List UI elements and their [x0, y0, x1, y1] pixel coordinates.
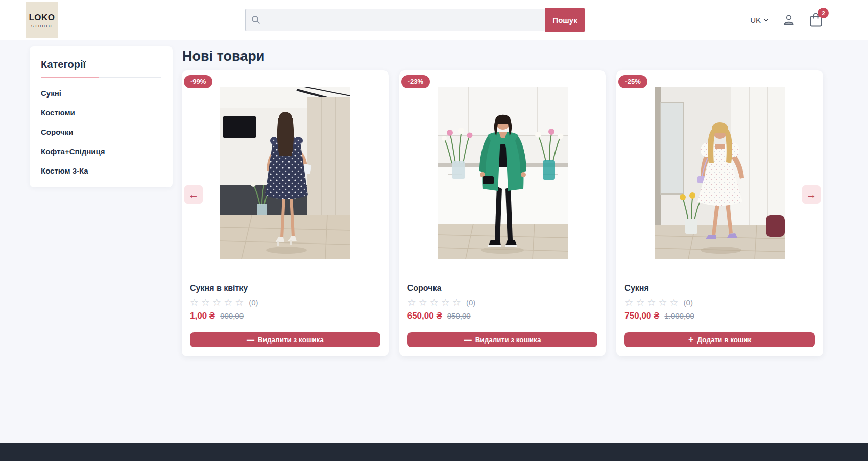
carousel-prev-button[interactable]: ← — [184, 185, 203, 204]
product-name[interactable]: Сукня в квітку — [190, 284, 380, 293]
product-photo-white-dress — [655, 87, 785, 259]
search-input[interactable] — [245, 9, 545, 31]
product-image[interactable] — [182, 70, 389, 276]
product-card: -23% — [399, 70, 606, 356]
star-icon: ☆ — [430, 298, 439, 307]
cart-button-label: Видалити з кошика — [475, 336, 541, 344]
product-image[interactable] — [616, 70, 823, 276]
search-bar: Пошук — [245, 8, 585, 32]
star-icon: ☆ — [647, 298, 656, 307]
store-logo[interactable]: LOKO STUDIO — [26, 2, 58, 38]
content-area: Категорії Сукні Костюми Сорочки Кофта+Сп… — [0, 40, 868, 356]
product-photo-floral-dress — [220, 87, 350, 259]
sidebar-item-shirts[interactable]: Сорочки — [41, 128, 161, 136]
star-icon: ☆ — [624, 298, 633, 307]
sidebar-item-dresses[interactable]: Сукні — [41, 89, 161, 98]
title-underline — [41, 77, 161, 78]
star-icon: ☆ — [235, 298, 244, 307]
star-icon: ☆ — [212, 298, 221, 307]
star-icon: ☆ — [419, 298, 427, 307]
sidebar-item-suit-3[interactable]: Костюм 3-Ка — [41, 166, 161, 175]
minus-icon: — — [247, 336, 254, 344]
star-icon: ☆ — [190, 298, 199, 307]
new-products-section: Нові товари -99% — [182, 46, 823, 356]
star-icon: ☆ — [441, 298, 450, 307]
search-button[interactable]: Пошук — [545, 8, 585, 32]
account-button[interactable] — [782, 13, 795, 27]
page-title: Нові товари — [182, 49, 823, 64]
categories-panel: Категорії Сукні Костюми Сорочки Кофта+Сп… — [30, 46, 173, 187]
product-image[interactable] — [399, 70, 606, 276]
old-price: 1.000,00 — [664, 311, 694, 320]
product-photo-green-shirt — [438, 87, 568, 259]
current-price: 650,00 ₴ — [407, 311, 442, 321]
carousel-next-button[interactable]: → — [802, 185, 821, 204]
cart-button[interactable]: 2 — [809, 12, 823, 28]
star-icon: ☆ — [201, 298, 210, 307]
cart-button-label: Додати в кошик — [697, 336, 752, 344]
current-price: 1,00 ₴ — [190, 311, 215, 321]
header: LOKO STUDIO Пошук UK — [0, 0, 868, 40]
cart-button-label: Видалити з кошика — [258, 336, 324, 344]
remove-from-cart-button[interactable]: — Видалити з кошика — [407, 332, 598, 347]
rating-count: (0) — [249, 298, 258, 307]
footer — [0, 443, 868, 461]
price-row: 1,00 ₴ 900,00 — [190, 311, 380, 321]
product-info: Сукня в квітку ☆ ☆ ☆ ☆ ☆ (0) 1,00 ₴ 900,… — [182, 276, 389, 356]
language-selector[interactable]: UK — [750, 16, 769, 25]
star-icon: ☆ — [452, 298, 461, 307]
add-to-cart-button[interactable]: + Додати в кошик — [624, 332, 815, 347]
categories-title: Категорії — [41, 59, 161, 70]
discount-badge: -23% — [401, 75, 430, 88]
language-label: UK — [750, 16, 761, 25]
product-info: Сукня ☆ ☆ ☆ ☆ ☆ (0) 750,00 ₴ 1.000,00 — [616, 276, 823, 356]
product-info: Сорочка ☆ ☆ ☆ ☆ ☆ (0) 650,00 ₴ 850,00 — [399, 276, 606, 356]
product-card: -99% — [182, 70, 389, 356]
star-icon: ☆ — [658, 298, 667, 307]
discount-badge: -25% — [618, 75, 647, 88]
product-name[interactable]: Сорочка — [407, 284, 598, 293]
star-icon: ☆ — [670, 298, 679, 307]
search-icon — [251, 15, 261, 25]
logo-text-sub: STUDIO — [31, 24, 53, 28]
price-row: 750,00 ₴ 1.000,00 — [624, 311, 815, 321]
old-price: 850,00 — [447, 311, 471, 320]
remove-from-cart-button[interactable]: — Видалити з кошика — [190, 332, 380, 347]
logo-text-main: LOKO — [29, 13, 55, 23]
product-carousel: -99% — [182, 70, 823, 356]
price-row: 650,00 ₴ 850,00 — [407, 311, 598, 321]
sidebar-item-top-skirt[interactable]: Кофта+Спідниця — [41, 147, 161, 156]
product-name[interactable]: Сукня — [624, 284, 815, 293]
plus-icon: + — [688, 335, 694, 344]
rating-count: (0) — [466, 298, 475, 307]
star-icon: ☆ — [407, 298, 416, 307]
rating-row: ☆ ☆ ☆ ☆ ☆ (0) — [190, 298, 380, 307]
old-price: 900,00 — [220, 311, 244, 320]
current-price: 750,00 ₴ — [624, 311, 659, 321]
sidebar-item-suits[interactable]: Костюми — [41, 108, 161, 117]
rating-row: ☆ ☆ ☆ ☆ ☆ (0) — [624, 298, 815, 307]
discount-badge: -99% — [184, 75, 212, 88]
chevron-down-icon — [763, 18, 769, 22]
rating-count: (0) — [684, 298, 693, 307]
star-icon: ☆ — [636, 298, 644, 307]
arrow-right-icon: → — [806, 188, 817, 201]
star-icon: ☆ — [224, 298, 232, 307]
minus-icon: — — [464, 336, 472, 344]
user-icon — [782, 13, 795, 27]
rating-row: ☆ ☆ ☆ ☆ ☆ (0) — [407, 298, 598, 307]
product-card: -25% — [616, 70, 823, 356]
cart-count-badge: 2 — [818, 8, 829, 18]
header-actions: UK 2 — [750, 12, 823, 28]
arrow-left-icon: ← — [188, 188, 199, 201]
